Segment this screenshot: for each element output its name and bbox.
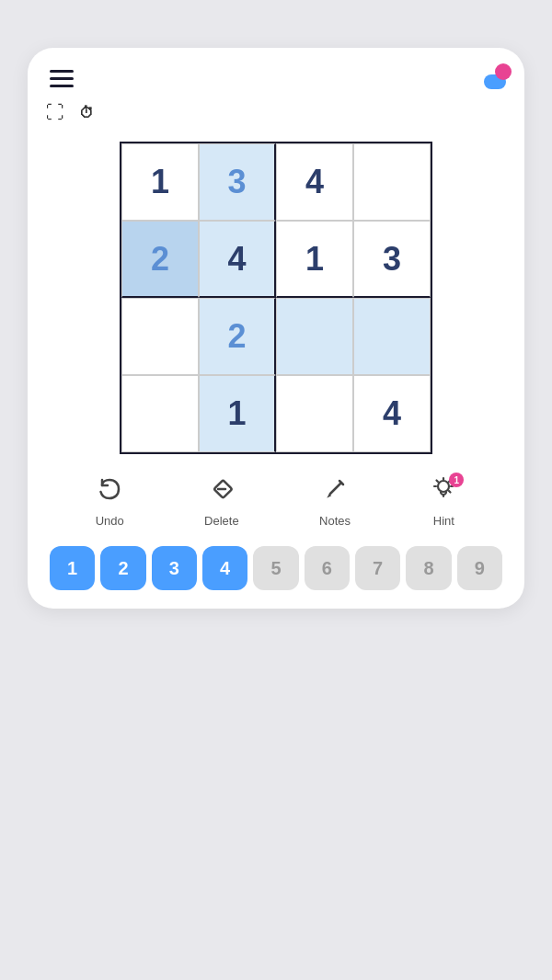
tool-hint[interactable]: 1Hint xyxy=(431,476,456,528)
expand-icon[interactable]: ⛶ xyxy=(46,102,64,123)
sudoku-cell[interactable]: 3 xyxy=(199,143,276,221)
svg-line-10 xyxy=(449,491,451,493)
clock-icon: ⏱ xyxy=(79,105,94,121)
sudoku-cell[interactable]: 4 xyxy=(199,221,276,298)
sudoku-cell[interactable]: 1 xyxy=(199,375,276,452)
sudoku-cell[interactable] xyxy=(121,298,199,375)
sub-header: ⛶ ⏱ xyxy=(46,102,506,123)
sudoku-cell[interactable] xyxy=(353,143,431,221)
num-btn-9: 9 xyxy=(457,546,502,590)
svg-line-9 xyxy=(437,481,439,483)
sudoku-cell[interactable]: 2 xyxy=(121,221,199,298)
check-btn-wrap xyxy=(484,69,506,89)
sudoku-grid: 1342413214 xyxy=(120,142,432,454)
num-btn-3[interactable]: 3 xyxy=(152,546,197,590)
svg-point-4 xyxy=(438,481,449,492)
timer: ⏱ xyxy=(79,105,99,121)
page-title xyxy=(258,0,294,48)
sudoku-cell[interactable]: 1 xyxy=(121,143,199,221)
check-badge xyxy=(495,63,512,80)
num-btn-1[interactable]: 1 xyxy=(50,546,95,590)
num-btn-7: 7 xyxy=(355,546,400,590)
num-btn-8: 8 xyxy=(406,546,451,590)
sudoku-cell[interactable] xyxy=(353,298,431,375)
sudoku-cell[interactable] xyxy=(121,375,199,452)
num-btn-4[interactable]: 4 xyxy=(202,546,247,590)
num-btn-5: 5 xyxy=(253,546,298,590)
sudoku-cell[interactable] xyxy=(276,375,353,452)
sudoku-cell[interactable]: 3 xyxy=(353,221,431,298)
undo-label: Undo xyxy=(96,514,124,528)
notes-label: Notes xyxy=(319,514,351,528)
number-pad: 123456789 xyxy=(46,546,506,590)
sudoku-cell[interactable]: 2 xyxy=(199,298,276,375)
sudoku-cell[interactable]: 4 xyxy=(276,143,353,221)
tool-undo[interactable]: Undo xyxy=(96,476,124,528)
hint-badge: 1 xyxy=(449,473,464,487)
toolbar: UndoDeleteNotes1Hint xyxy=(46,476,506,528)
notes-icon xyxy=(322,476,348,508)
sudoku-cell[interactable] xyxy=(276,298,353,375)
sudoku-cell[interactable]: 1 xyxy=(276,221,353,298)
num-btn-2[interactable]: 2 xyxy=(100,546,145,590)
undo-icon xyxy=(97,476,122,508)
delete-icon xyxy=(209,476,235,508)
delete-label: Delete xyxy=(204,514,239,528)
hint-label: Hint xyxy=(433,514,454,528)
app-card: ⛶ ⏱ 1342413214 UndoDeleteNotes1Hint 1234… xyxy=(28,48,524,609)
tool-delete[interactable]: Delete xyxy=(204,476,239,528)
menu-button[interactable] xyxy=(46,66,77,91)
num-btn-6: 6 xyxy=(305,546,350,590)
svg-line-2 xyxy=(330,483,341,494)
tool-notes[interactable]: Notes xyxy=(319,476,351,528)
header xyxy=(46,66,506,91)
sudoku-cell[interactable]: 4 xyxy=(353,375,431,452)
grid-container: 1342413214 xyxy=(46,142,506,454)
